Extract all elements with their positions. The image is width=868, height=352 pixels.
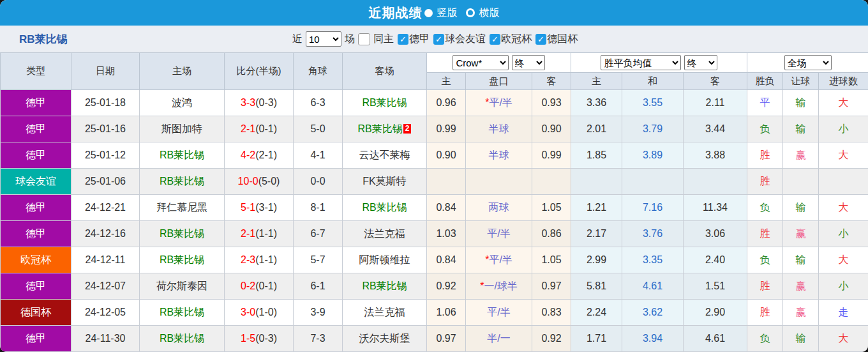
away-team-name: FK莫斯特 [363, 176, 406, 187]
subheader-avg-draw: 和 [622, 73, 684, 90]
score-cell: 3-3(0-3) [225, 90, 294, 116]
fulltime-score: 2-1 [241, 123, 255, 134]
corner-cell: 6-3 [294, 90, 343, 116]
odds-home-cell [427, 169, 466, 195]
handicap-cell [466, 169, 532, 195]
away-team-name: 法兰克福 [364, 307, 405, 318]
away-team-cell: RB莱比锡 [343, 90, 427, 116]
date-cell: 24-12-05 [71, 300, 140, 326]
avg-draw-cell: 4.61 [622, 273, 684, 300]
bundesliga-label[interactable]: 德甲 [409, 33, 430, 46]
halftime-score: (1-1) [255, 254, 277, 265]
competition-filter-friendly[interactable]: 球会友谊 [433, 33, 486, 46]
competition-filter-dfb-pokal[interactable]: 德国杯 [535, 33, 578, 46]
subheader-odds-home: 主 [427, 73, 466, 90]
handicap-line: 平/半 [487, 228, 510, 239]
recent-count-select[interactable]: 10 [306, 31, 341, 47]
home-team-cell: 拜仁慕尼黑 [140, 195, 225, 221]
date-cell: 25-01-06 [71, 169, 140, 195]
goals-cell: 小 [819, 221, 868, 247]
same-venue-label[interactable]: 同主 [373, 33, 394, 46]
table-row: 德甲25-01-16斯图加特2-1(0-1)5-0RB莱比锡20.99半球0.9… [1, 116, 868, 142]
score-cell: 2-1(0-1) [225, 116, 294, 142]
type-badge: 德国杯 [1, 300, 71, 326]
home-team-name: RB莱比锡 [160, 307, 204, 318]
horizontal-layout-label[interactable]: 横版 [479, 6, 500, 20]
odds-home-cell: 0.84 [427, 195, 466, 221]
subheader-handicap-result: 让球 [783, 73, 819, 90]
avg-type-select[interactable]: 胜平负均值 [601, 55, 681, 70]
odds-away-cell: 1.05 [532, 247, 571, 273]
dfb-pokal-label[interactable]: 德国杯 [547, 33, 578, 46]
avg-home-cell: 5.81 [571, 273, 622, 300]
outcome-cell: 平 [747, 90, 783, 116]
filter-bar: RB莱比锡 近 10 场 同主 德甲 球会友谊 欧冠杯 德国杯 [0, 26, 868, 52]
same-venue-checkbox[interactable] [358, 33, 370, 45]
corner-cell: 5-7 [294, 247, 343, 273]
handicap-result-cell: 输 [783, 326, 819, 352]
date-cell: 24-12-11 [71, 247, 140, 273]
away-team-cell: RB莱比锡2 [343, 116, 427, 142]
avg-home-cell: 2.99 [571, 247, 622, 273]
friendly-label[interactable]: 球会友谊 [445, 33, 486, 46]
handicap-cell: 两球 [466, 195, 532, 221]
date-cell: 24-12-21 [71, 195, 140, 221]
avg-group-header: 胜平负均值 终 [571, 53, 747, 73]
outcome-cell: 负 [747, 326, 783, 352]
fulltime-score: 3-3 [241, 97, 255, 108]
bundesliga-checkbox[interactable] [398, 34, 408, 45]
corner-cell: 4-1 [294, 142, 343, 169]
type-badge: 德甲 [1, 326, 71, 352]
home-team-name: RB莱比锡 [160, 254, 204, 265]
friendly-checkbox[interactable] [433, 34, 444, 45]
table-row: 球会友谊25-01-06RB莱比锡10-0(5-0)0-0FK莫斯特胜 [1, 169, 868, 195]
table-body: 德甲25-01-18波鸿3-3(0-3)6-3RB莱比锡0.96*平/半0.93… [1, 90, 868, 352]
odds-home-cell: 1.06 [427, 300, 466, 326]
goals-cell: 大 [819, 195, 868, 221]
type-badge: 德甲 [1, 273, 71, 300]
handicap-cell: *平/半 [466, 90, 532, 116]
table-row: 德甲24-12-16RB莱比锡2-1(1-1)6-7法兰克福1.03平/半0.8… [1, 221, 868, 247]
horizontal-layout-radio-icon[interactable] [466, 8, 475, 17]
avg-home-cell: 2.24 [571, 300, 622, 326]
subheader-outcome: 胜负 [747, 73, 783, 90]
type-badge: 德甲 [1, 195, 71, 221]
home-team-name: 拜仁慕尼黑 [156, 202, 207, 213]
away-team-name: RB莱比锡 [362, 97, 407, 108]
date-cell: 25-01-12 [71, 142, 140, 169]
fulltime-score: 3-0 [241, 307, 255, 318]
odds-away-cell: 0.86 [532, 221, 571, 247]
competition-filter-ucl[interactable]: 欧冠杯 [490, 33, 532, 46]
vertical-layout-radio-icon[interactable] [424, 9, 433, 17]
away-team-name: 阿斯顿维拉 [359, 254, 410, 265]
handicap-cell: *平/半 [466, 247, 532, 273]
subheader-avg-home: 主 [571, 73, 622, 90]
halftime-score: (0-3) [255, 333, 277, 344]
away-team-cell: 法兰克福 [343, 221, 427, 247]
page-title: 近期战绩 [369, 4, 423, 22]
goals-cell: 小 [819, 116, 868, 142]
ucl-label[interactable]: 欧冠杯 [501, 33, 532, 46]
handicap-line: 半球 [489, 123, 509, 134]
scope-select[interactable]: 全场 [784, 55, 832, 70]
away-team-cell: 云达不莱梅 [343, 142, 427, 169]
away-team-cell: FK莫斯特 [343, 169, 427, 195]
odds-away-cell: 0.97 [532, 273, 571, 300]
dfb-pokal-checkbox[interactable] [535, 34, 546, 45]
home-team-cell: RB莱比锡 [140, 326, 225, 352]
bookmaker-select[interactable]: Crow* [453, 55, 509, 70]
competition-filter-bundesliga[interactable]: 德甲 [398, 33, 430, 46]
avg-home-cell: 2.17 [571, 221, 622, 247]
goals-cell: 大 [819, 142, 868, 169]
odds-time-select[interactable]: 终 [512, 55, 545, 70]
ucl-checkbox[interactable] [490, 34, 500, 45]
avg-time-select[interactable]: 终 [684, 55, 717, 70]
vertical-layout-label[interactable]: 竖版 [437, 6, 458, 20]
handicap-cell: 半球 [466, 116, 532, 142]
handicap-cell: 平/半 [466, 221, 532, 247]
handicap-result-cell: 赢 [783, 221, 819, 247]
halftime-score: (5-0) [258, 176, 280, 187]
home-team-name: RB莱比锡 [160, 176, 204, 187]
fulltime-score: 2-3 [241, 254, 255, 265]
header-score: 比分(半场) [225, 53, 294, 90]
